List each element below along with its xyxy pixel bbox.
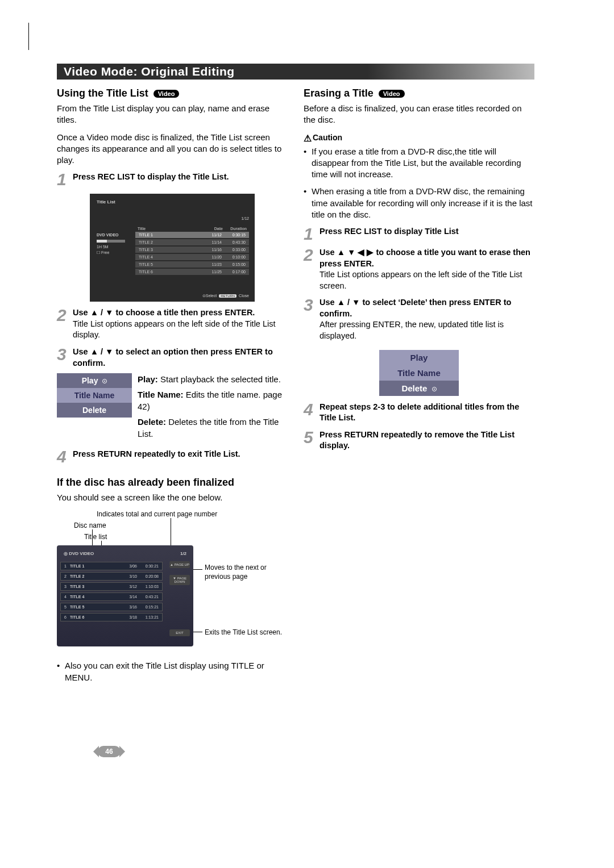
progress-bar-icon <box>97 240 125 243</box>
section-title-bar: Video Mode: Original Editing <box>57 64 534 80</box>
bullet: Also you can exit the Title List display… <box>57 660 288 683</box>
label-pages: Indicates total and current page number <box>97 510 217 518</box>
step-text: Press REC LIST to display Title List <box>320 227 459 236</box>
table-row: 2TITLE 23/100:20:08 <box>60 572 163 581</box>
step-number-icon: 4 <box>57 449 70 464</box>
opt-label: Title Name: <box>138 390 184 399</box>
step-text: Press RETURN repeatedly to exit Title Li… <box>73 449 240 458</box>
page-number-badge: 46 <box>98 746 121 757</box>
step-bold: Use ▲ / ▼ to select an option then press… <box>73 347 273 368</box>
heading-text: Erasing a Title <box>304 87 374 99</box>
step-body: After pressing ENTER, the new, updated t… <box>320 320 504 340</box>
step-body: Title List options appears on the left s… <box>73 319 276 340</box>
caution-icon: ⚠ <box>304 133 312 143</box>
col: Title <box>138 227 202 231</box>
step-2: 2 Use ▲ ▼ ◀ ▶ to choose a title you want… <box>304 247 534 291</box>
step-text: Press REC LIST to display the Title List… <box>73 172 229 181</box>
heading-erasing: Erasing a Title Video <box>304 87 534 99</box>
heading-using-title-list: Using the Title List Video <box>57 87 288 99</box>
table-row: TITLE 611/250:17:00 <box>135 269 249 275</box>
caution-item: If you erase a title from a DVD-R disc,t… <box>304 146 534 181</box>
shot2-page: 1/2 <box>180 551 186 556</box>
selection-dot-icon <box>102 379 107 383</box>
left-column: Using the Title List Video From the Titl… <box>57 87 288 689</box>
col: Duration <box>223 227 247 231</box>
table-row: 4TITLE 43/140:43:21 <box>60 592 163 601</box>
menu-play: Play <box>57 373 132 388</box>
page-down-button: ▼ PAGE DOWN <box>169 575 190 585</box>
table-row: 6TITLE 63/181:13:21 <box>60 613 163 621</box>
leader-line <box>193 632 202 632</box>
step-number-icon: 3 <box>57 347 70 362</box>
video-badge: Video <box>379 90 405 98</box>
options-menu-small: Play Title Name Delete <box>379 350 459 396</box>
caution-heading: ⚠Caution <box>304 133 534 144</box>
col: Date <box>202 227 223 231</box>
paragraph: From the Title List display you can play… <box>57 103 288 126</box>
right-column: Erasing a Title Video Before a disc is f… <box>304 87 534 689</box>
menu-titlename: Title Name <box>57 388 132 403</box>
step-4: 4 Press RETURN repeatedly to exit Title … <box>57 449 288 464</box>
paragraph: You should see a screen like the one bel… <box>57 492 288 503</box>
menu-play: Play <box>379 350 459 365</box>
step-number-icon: 4 <box>304 402 317 417</box>
shot-side-time: 1H 5M <box>97 244 130 250</box>
shot-table: Title Date Duration TITLE 111/120:30:15T… <box>135 226 249 276</box>
options-menu: Play Title Name Delete <box>57 373 132 418</box>
heading-text: Using the Title List <box>57 87 148 99</box>
step-bold: Use ▲ ▼ ◀ ▶ to choose a title you want t… <box>320 248 530 268</box>
menu-titlename: Title Name <box>379 365 459 381</box>
step-number-icon: 5 <box>304 429 317 445</box>
options-table: Play Title Name Delete Play: Start playb… <box>57 373 288 443</box>
finalized-screenshot: ◎ DVD VIDEO 1/2 1TITLE 13/060:30:212TITL… <box>57 545 193 646</box>
paragraph: Before a disc is finalized, you can eras… <box>304 103 534 126</box>
table-row: TITLE 211/140:43:30 <box>135 239 249 245</box>
step-number-icon: 2 <box>57 307 70 323</box>
table-row: 3TITLE 33/121:10:03 <box>60 582 163 591</box>
selection-dot-icon <box>432 387 437 391</box>
step-3: 3 Use ▲ / ▼ to select an option then pre… <box>57 347 288 369</box>
exit-button: EXIT <box>169 629 190 636</box>
shot-label: Title List <box>97 199 115 205</box>
step-1: 1 Press REC LIST to display Title List <box>304 226 534 241</box>
step-body: Title List options appears on the left s… <box>320 270 522 290</box>
shot-side-disc: DVD VIDEO <box>97 232 130 238</box>
step-bold: Use ▲ / ▼ to select ‘Delete’ then press … <box>320 298 511 318</box>
note-exit: Exits the Title List screen. <box>205 628 282 637</box>
heading-finalized: If the disc has already been finalized <box>57 477 288 489</box>
step-number-icon: 1 <box>304 226 317 241</box>
page-content: Video Mode: Original Editing Using the T… <box>57 64 534 689</box>
step-2: 2 Use ▲ / ▼ to choose a title then press… <box>57 307 288 341</box>
step-3: 3 Use ▲ / ▼ to select ‘Delete’ then pres… <box>304 297 534 341</box>
finalized-shot-wrap: Indicates total and current page number … <box>57 510 288 658</box>
step-1: 1 Press REC LIST to display the Title Li… <box>57 172 288 187</box>
step-text: Repeat steps 2-3 to delete additional ti… <box>320 402 519 423</box>
paragraph: Once a Video mode disc is finalized, the… <box>57 132 288 166</box>
margin-rule <box>28 23 29 50</box>
step-number-icon: 3 <box>304 297 317 312</box>
menu-delete: Delete <box>379 381 459 396</box>
title-list-screenshot: Title List 1/12 DVD VIDEO 1H 5M ☐ Free T… <box>90 194 255 302</box>
step-number-icon: 1 <box>57 172 70 187</box>
table-row: TITLE 411/200:10:00 <box>135 254 249 260</box>
step-text: Press RETURN repeatedly to remove the Ti… <box>320 430 515 450</box>
table-row: 5TITLE 53/160:15:21 <box>60 603 163 611</box>
label-discname: Disc name <box>74 521 106 529</box>
leader-line <box>193 569 202 570</box>
page-up-button: ▲ PAGE UP <box>169 561 190 568</box>
shot-side-free: ☐ Free <box>97 250 130 256</box>
shot-footer: ⊙Select RETURN Close <box>202 294 249 298</box>
step-bold: Use ▲ / ▼ to choose a title then press E… <box>73 308 255 317</box>
opt-label: Play: <box>138 374 158 384</box>
opt-label: Delete: <box>138 417 166 427</box>
label-titlelist: Title list <box>84 533 107 541</box>
shot2-disc: DVD VIDEO <box>69 551 94 556</box>
step-4: 4 Repeat steps 2-3 to delete additional … <box>304 402 534 424</box>
caution-item: When erasing a title from a DVD-RW disc,… <box>304 186 534 220</box>
note-paging: Moves to the next or previous page <box>205 564 284 581</box>
menu-delete: Delete <box>57 403 132 418</box>
step-5: 5 Press RETURN repeatedly to remove the … <box>304 429 534 452</box>
opt-desc: Start playback the selected title. <box>158 374 281 384</box>
table-row: 1TITLE 13/060:30:21 <box>60 562 163 570</box>
table-row: TITLE 511/230:15:00 <box>135 261 249 268</box>
